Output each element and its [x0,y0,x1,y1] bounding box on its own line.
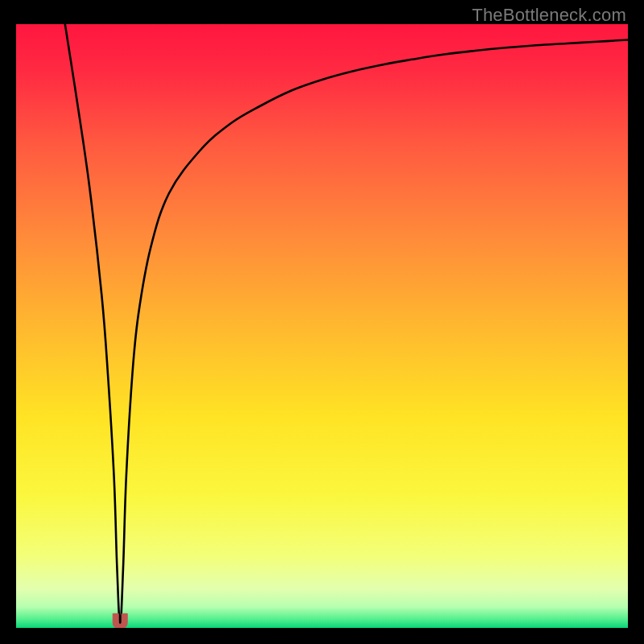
bottleneck-chart [16,24,628,628]
watermark-text: TheBottleneck.com [472,5,626,26]
gradient-background [16,24,628,628]
